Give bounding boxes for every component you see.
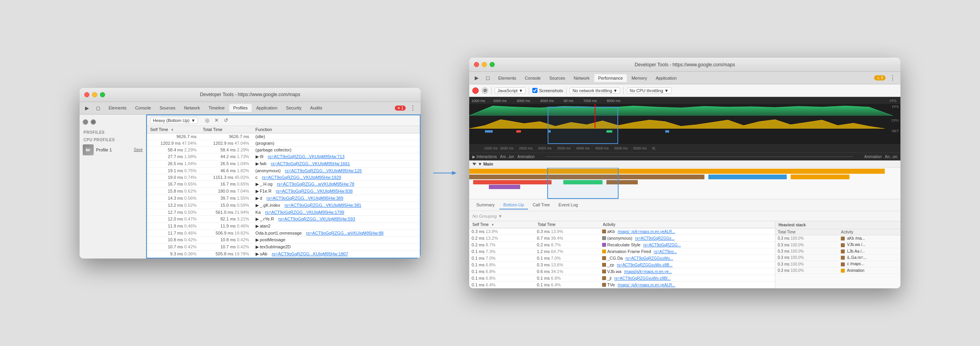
- table-row[interactable]: 0.3 ms 100.0% VJb.wa /...: [775, 242, 900, 248]
- cursor-icon[interactable]: ▶: [83, 104, 91, 112]
- maximize-button-left[interactable]: [100, 92, 105, 97]
- bt-col-self[interactable]: Self Time ▼: [469, 221, 534, 228]
- tab-console-right[interactable]: Console: [521, 74, 544, 82]
- tab-network-left[interactable]: Network: [180, 104, 204, 112]
- function-link[interactable]: rs=ACT9oGqRZGG...VKUIqM95Hw:1799: [265, 210, 344, 215]
- table-row[interactable]: 12.0 ms 0.47% 82.1 ms 3.21% ▶ _.rYe.R rs…: [147, 215, 420, 222]
- function-link[interactable]: rs=ACT9oGqRZGG...VKUIqM95Hw:713: [268, 154, 345, 159]
- table-row[interactable]: 10.8 ms 0.42% 10.8 ms 0.42% ▶ postMessag…: [147, 236, 420, 243]
- bt-col-total[interactable]: Total Time: [534, 221, 599, 228]
- table-row[interactable]: 11.7 ms 0.46% 506.9 ms 19.82% Oda.b.port…: [147, 229, 420, 236]
- activity-link[interactable]: /maps/_js/k=maps.m.en.yeALR...: [618, 229, 675, 234]
- network-throttling-dropdown[interactable]: No network throttling ▼: [570, 87, 620, 94]
- table-row[interactable]: 0.2 ms 8.7% 0.2 ms 8.7% Recalculate Styl…: [469, 242, 775, 248]
- col-total-time[interactable]: Total Time: [200, 126, 252, 133]
- col-function[interactable]: Function: [252, 126, 420, 133]
- menu-dots-left[interactable]: ⋮: [408, 104, 417, 113]
- stop-button[interactable]: ⊘: [91, 119, 96, 125]
- tab-application-right[interactable]: Application: [652, 74, 681, 82]
- table-row[interactable]: 15.8 ms 0.62% 180.0 ms 7.04% ▶ F1e.R rs=…: [147, 188, 420, 195]
- eye-icon[interactable]: ◎: [203, 117, 211, 124]
- activity-link[interactable]: /maps/js/k=maps.m.en.ye...: [624, 270, 672, 274]
- table-row[interactable]: 0.1 ms 7.3% 1.2 ms 64.7% Animation Frame…: [469, 248, 775, 255]
- function-link[interactable]: rs=ACT9oGqRZGG...VKUIqM95Hw:389: [267, 196, 343, 200]
- timeline-area[interactable]: 1000 ms 2000 ms 3000 ms 4000 ms 60 ms 70…: [469, 97, 900, 144]
- tab-summary[interactable]: Summary: [472, 201, 499, 209]
- table-row[interactable]: 0.1 ms 7.0% 0.1 ms 7.0% _CG.Da rs=ACT9oG…: [469, 255, 775, 262]
- device-icon[interactable]: ◻: [94, 104, 102, 112]
- table-row[interactable]: 12.7 ms 0.50% 561.0 ms 21.94% Ka rs=ACT9…: [147, 209, 420, 215]
- table-row[interactable]: 58.4 ms 2.29% 58.4 ms 2.29% (garbage col…: [147, 146, 420, 153]
- animation-label-1[interactable]: Ani...ion: [500, 155, 514, 159]
- js-dropdown[interactable]: JavaScript ▼: [495, 87, 526, 94]
- tab-memory-right[interactable]: Memory: [628, 74, 651, 82]
- activity-link[interactable]: rs=ACT9oGqRZGGx...: [635, 236, 675, 240]
- tab-audits-left[interactable]: Audits: [306, 104, 326, 112]
- record-button[interactable]: [83, 119, 88, 125]
- refresh-icon[interactable]: ↺: [222, 117, 229, 124]
- tab-elements-left[interactable]: Elements: [105, 104, 131, 112]
- table-row[interactable]: 0.3 ms 100.0% Animation: [775, 267, 900, 273]
- tab-timeline-left[interactable]: Timeline: [205, 104, 229, 112]
- profile-table[interactable]: Self Time ▼ Total Time Function 9626.7 m…: [147, 126, 420, 258]
- activity-link[interactable]: rs=ACT9oGqRZGGxuWo-z8Bl...: [614, 276, 671, 280]
- profile-item-1[interactable]: Profile 1 Save: [80, 143, 146, 157]
- maximize-button-right[interactable]: [490, 62, 495, 67]
- close-icon-profiler[interactable]: ✕: [213, 117, 220, 124]
- table-row[interactable]: 10.7 ms 0.42% 10.7 ms 0.42% ▶ texSubImag…: [147, 243, 420, 250]
- interactions-label[interactable]: ▶ Interactions: [472, 155, 497, 159]
- screenshots-toggle[interactable]: Screenshots: [532, 88, 563, 93]
- table-row[interactable]: 0.2 ms 13.2% 0.7 ms 38.4% (anonymous) rs…: [469, 235, 775, 242]
- tab-elements-right[interactable]: Elements: [494, 74, 520, 82]
- table-row[interactable]: 1202.9 ms 47.04% 1202.9 ms 47.04% (progr…: [147, 140, 420, 146]
- table-row[interactable]: 0.3 ms 100.0% c /maps...: [775, 261, 900, 267]
- function-link[interactable]: rs=ACT9oGqRZGG...VKUIqM95Hw:593: [278, 217, 355, 221]
- function-link[interactable]: rs=ACT9oGqRZGG...KUIqM95Hw:1807: [272, 251, 348, 256]
- profile-save-button[interactable]: Save: [134, 148, 143, 152]
- table-row[interactable]: 0.3 ms 13.9% 0.3 ms 13.9% aKb /maps/_js/…: [469, 228, 775, 235]
- animation-label-4[interactable]: An...on: [885, 155, 897, 159]
- tab-network-right[interactable]: Network: [570, 74, 593, 82]
- tab-security-left[interactable]: Security: [282, 104, 306, 112]
- bottom-up-table[interactable]: Self Time ▼ Total Time Activity 0.3 ms 1…: [469, 221, 775, 288]
- activity-link[interactable]: rs=ACT9oGqRZGGxuWo-z8B...: [617, 263, 673, 267]
- table-row[interactable]: 9.3 ms 0.36% 505.8 ms 19.78% ▶ uAb rs=AC…: [147, 250, 420, 257]
- profiler-view-dropdown[interactable]: Heavy (Bottom Up) ▼: [150, 117, 198, 124]
- device-icon-right[interactable]: ◻: [483, 74, 492, 82]
- table-row[interactable]: 0.1 ms 6.8% 0.1 ms 6.8% _ji rs=ACT9oGqRZ…: [469, 275, 775, 282]
- table-row[interactable]: 26.5 ms 1.04% 26.5 ms 1.04% ▶ fwb rs=ACT…: [147, 160, 420, 167]
- minimize-button-left[interactable]: [92, 92, 97, 97]
- table-row[interactable]: 0.1 ms 6.8% 0.6 ms 34.1% VJb.wa /maps/js…: [469, 268, 775, 275]
- function-link[interactable]: rs=ACT9oGqRZGG...VKUIqM95Hw:1929: [262, 175, 341, 180]
- activity-link[interactable]: rs=ACT9oGqRZGG...: [643, 243, 681, 247]
- table-row[interactable]: 13.2 ms 0.52% 15.0 ms 0.59% ▶ _.gK.index…: [147, 202, 420, 209]
- stop-perf-button[interactable]: ⊘: [482, 87, 488, 94]
- activity-link[interactable]: rs=ACT9oGqRZGGxuWo...: [626, 256, 673, 260]
- tab-sources-left[interactable]: Sources: [156, 104, 179, 112]
- table-row[interactable]: 27.7 ms 1.08% 44.2 ms 1.73% ▶ t9 rs=ACT9…: [147, 153, 420, 160]
- activity-link[interactable]: /maps/_js/k=maps.m.en.yeALR...: [618, 283, 675, 287]
- menu-dots-right[interactable]: ⋮: [888, 73, 897, 82]
- table-row[interactable]: 11.9 ms 0.46% 11.9 ms 0.46% ▶ atan2: [147, 222, 420, 229]
- close-button-left[interactable]: [84, 92, 89, 97]
- flame-chart[interactable]: [469, 168, 900, 199]
- table-row[interactable]: 16.7 ms 0.65% 16.7 ms 0.65% ▶ _.H.og rs=…: [147, 180, 420, 188]
- tab-event-log[interactable]: Event Log: [555, 201, 582, 209]
- table-row[interactable]: 0.1 ms 6.8% 0.3 ms 13.6% _zp rs=ACT9oGqR…: [469, 262, 775, 268]
- table-row[interactable]: 9626.7 ms 9626.7 ms (idle): [147, 133, 420, 140]
- no-grouping-label[interactable]: No Grouping ▼: [472, 214, 502, 219]
- table-row[interactable]: 0.3 ms 100.0% aKb /ma...: [775, 235, 900, 242]
- function-link[interactable]: rs=ACT9oGqRZGG...VKUIqM95Hw:838: [276, 189, 353, 193]
- table-row[interactable]: 0.1 ms 6.4% 0.1 ms 6.4% TVe /maps/_js/k=…: [469, 282, 775, 288]
- tab-bottom-up[interactable]: Bottom-Up: [499, 201, 528, 209]
- table-row[interactable]: 19.1 ms 0.75% 46.6 ms 1.82% (anonymous) …: [147, 167, 420, 174]
- tab-call-tree[interactable]: Call Tree: [529, 201, 554, 209]
- minimize-button-right[interactable]: [482, 62, 487, 67]
- cursor-icon-right[interactable]: ▶: [472, 74, 481, 82]
- function-link[interactable]: rs=ACT9oGqRZGG...VKUIqM95Hw:381: [285, 203, 361, 208]
- table-row[interactable]: 14.3 ms 0.56% 39.7 ms 1.55% ▶ d rs=ACT9o…: [147, 195, 420, 202]
- tab-console-left[interactable]: Console: [131, 104, 155, 112]
- record-perf-button[interactable]: [472, 87, 479, 94]
- activity-link[interactable]: rs=ACT9oo...: [654, 249, 677, 254]
- function-link[interactable]: rs=ACT9oGqRZGG...wVKUIqM95Hw:88: [306, 231, 384, 235]
